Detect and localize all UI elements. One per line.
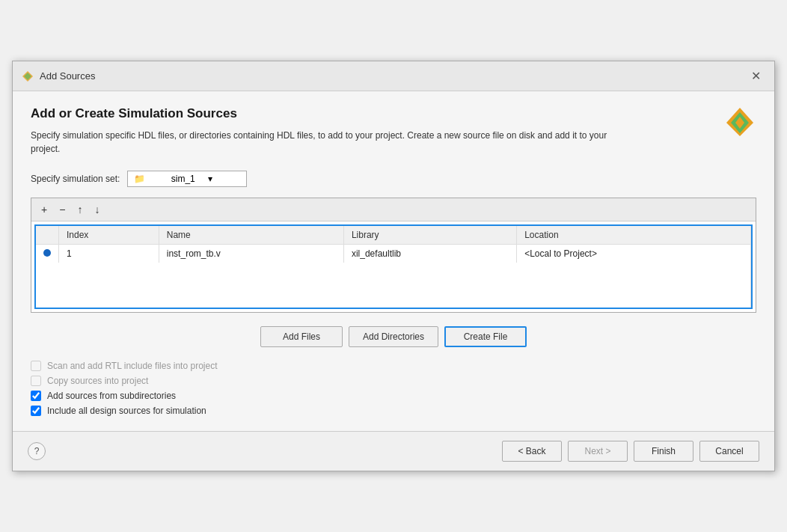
sim-set-label: Specify simulation set: [31,174,120,184]
table-header-row: Index Name Library Location [36,226,751,245]
page-title: Add or Create Simulation Sources [31,106,607,121]
include-simulation-row: Include all design sources for simulatio… [31,406,756,416]
add-subdirs-checkbox[interactable] [31,391,41,401]
description-text-1: Specify simulation specific HDL files, o… [31,130,607,141]
header-text: Add or Create Simulation Sources Specify… [31,106,607,156]
copy-sources-checkbox[interactable] [31,376,41,386]
sim-set-dropdown[interactable]: 📁 sim_1 ▾ [127,171,247,187]
table-row[interactable]: 1 inst_rom_tb.v xil_defaultlib <Local to… [36,245,751,263]
table-empty-row [36,263,751,308]
toolbar: + − ↑ ↓ [31,198,756,221]
status-dot [43,249,51,257]
app-icon [22,70,34,82]
footer-left: ? [28,442,46,460]
include-simulation-checkbox[interactable] [31,406,41,416]
scan-rtl-label: Scan and add RTL include files into proj… [47,361,217,371]
dialog-footer: ? < Back Next > Finish Cancel [13,431,774,471]
table-area: + − ↑ ↓ Index Name Library Location [31,198,756,313]
col-name: Name [159,226,343,245]
cancel-button[interactable]: Cancel [699,441,759,462]
header-row: Add or Create Simulation Sources Specify… [31,106,756,156]
add-files-button[interactable]: Add Files [260,326,343,347]
description-text-2: project. [31,144,60,154]
row-index: 1 [59,245,159,263]
col-location: Location [517,226,751,245]
window-title: Add Sources [40,70,95,82]
help-button[interactable]: ? [28,442,46,460]
create-file-button[interactable]: Create File [444,326,527,347]
title-bar: Add Sources ✕ [13,61,774,91]
sim-set-value: sim_1 [171,174,203,184]
include-simulation-label: Include all design sources for simulatio… [47,406,206,416]
add-subdirs-label: Add sources from subdirectories [47,391,176,401]
logo-area [723,106,756,139]
checkboxes-area: Scan and add RTL include files into proj… [31,361,756,416]
add-source-button[interactable]: + [36,201,52,218]
move-down-button[interactable]: ↓ [89,201,105,218]
back-button[interactable]: < Back [502,441,562,462]
close-button[interactable]: ✕ [747,67,765,85]
row-library: xil_defaultlib [343,245,516,263]
sources-table-container: Index Name Library Location 1 inst_rom_t… [34,224,753,309]
remove-source-button[interactable]: − [54,201,70,218]
move-up-button[interactable]: ↑ [72,201,88,218]
folder-icon: 📁 [134,174,166,184]
scan-rtl-row: Scan and add RTL include files into proj… [31,361,756,371]
add-subdirs-row: Add sources from subdirectories [31,391,756,401]
sim-set-row: Specify simulation set: 📁 sim_1 ▾ [31,171,756,187]
vivado-logo [723,106,756,139]
add-directories-button[interactable]: Add Directories [349,326,438,347]
footer-right: < Back Next > Finish Cancel [502,441,759,462]
title-bar-left: Add Sources [22,70,95,82]
next-button[interactable]: Next > [568,441,628,462]
dropdown-arrow: ▾ [208,174,240,184]
copy-sources-row: Copy sources into project [31,376,756,386]
copy-sources-label: Copy sources into project [47,376,148,386]
add-sources-dialog: Add Sources ✕ Add or Create Simulation S… [12,61,775,471]
scan-rtl-checkbox[interactable] [31,361,41,371]
sources-table: Index Name Library Location 1 inst_rom_t… [36,226,751,308]
row-location: <Local to Project> [517,245,751,263]
finish-button[interactable]: Finish [634,441,693,462]
description: Specify simulation specific HDL files, o… [31,129,607,156]
row-name: inst_rom_tb.v [159,245,343,263]
row-status [36,245,59,263]
col-library: Library [343,226,516,245]
dialog-body: Add or Create Simulation Sources Specify… [13,91,774,431]
col-index: Index [59,226,159,245]
col-status [36,226,59,245]
action-buttons: Add Files Add Directories Create File [31,326,756,347]
